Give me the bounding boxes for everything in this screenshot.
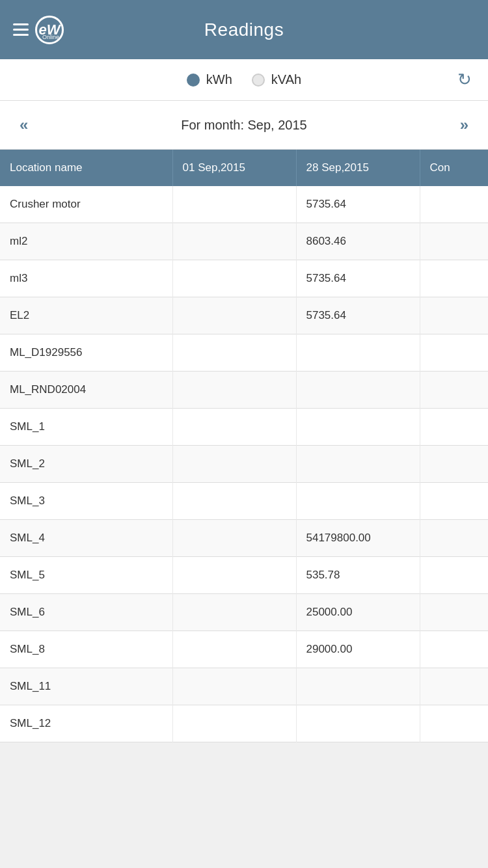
table-header: Location name 01 Sep,2015 28 Sep,2015 Co… [0, 150, 488, 186]
cell-location-name: ml2 [0, 223, 172, 260]
cell-date2-value: 5735.64 [296, 260, 420, 297]
cell-date1-value [172, 668, 296, 705]
cell-location-name: SML_3 [0, 483, 172, 520]
cell-date2-value: 5735.64 [296, 186, 420, 223]
cell-location-name: SML_2 [0, 446, 172, 483]
cell-date2-value [296, 409, 420, 446]
refresh-button[interactable]: ↻ [457, 70, 472, 90]
table-row[interactable]: ML_D1929556 [0, 334, 488, 372]
kwh-option[interactable]: kWh [187, 72, 232, 87]
table-row[interactable]: EL25735.64 [0, 297, 488, 334]
cell-location-name: Crusher motor [0, 186, 172, 223]
cell-date1-value [172, 631, 296, 668]
table-row[interactable]: SML_1 [0, 409, 488, 446]
cell-date1-value [172, 483, 296, 520]
menu-button[interactable] [13, 23, 29, 36]
cell-date1-value [172, 557, 296, 594]
cell-location-name: ML_RND02004 [0, 372, 172, 409]
cell-date2-value: 8603.46 [296, 223, 420, 260]
col-header-date2: 28 Sep,2015 [296, 150, 420, 186]
cell-con-value [420, 409, 488, 446]
cell-con-value [420, 483, 488, 520]
unit-selector: kWh kVAh ↻ [0, 59, 488, 101]
table-row[interactable]: SML_11 [0, 668, 488, 705]
cell-con-value [420, 260, 488, 297]
cell-con-value [420, 668, 488, 705]
cell-date2-value [296, 668, 420, 705]
cell-date2-value [296, 446, 420, 483]
cell-location-name: SML_5 [0, 557, 172, 594]
cell-location-name: SML_6 [0, 594, 172, 631]
cell-date1-value [172, 705, 296, 742]
cell-con-value [420, 631, 488, 668]
table-body: Crusher motor5735.64ml28603.46ml35735.64… [0, 186, 488, 742]
cell-con-value [420, 186, 488, 223]
table-row[interactable]: SML_625000.00 [0, 594, 488, 631]
cell-date2-value [296, 372, 420, 409]
cell-date1-value [172, 372, 296, 409]
cell-location-name: ml3 [0, 260, 172, 297]
table-row[interactable]: ML_RND02004 [0, 372, 488, 409]
table-row[interactable]: SML_3 [0, 483, 488, 520]
cell-date2-value: 535.78 [296, 557, 420, 594]
cell-con-value [420, 334, 488, 372]
next-month-button[interactable]: » [454, 113, 475, 137]
table-row[interactable]: SML_5535.78 [0, 557, 488, 594]
cell-date1-value [172, 297, 296, 334]
cell-con-value [420, 372, 488, 409]
app-header: eW Online Readings [0, 0, 488, 59]
table-row[interactable]: ml35735.64 [0, 260, 488, 297]
logo-circle: eW Online [35, 16, 64, 44]
kwh-radio[interactable] [187, 74, 200, 87]
cell-location-name: EL2 [0, 297, 172, 334]
cell-location-name: ML_D1929556 [0, 334, 172, 372]
readings-table-container: Location name 01 Sep,2015 28 Sep,2015 Co… [0, 150, 488, 742]
cell-date2-value: 5735.64 [296, 297, 420, 334]
prev-month-button[interactable]: « [13, 113, 34, 137]
cell-con-value [420, 446, 488, 483]
cell-con-value [420, 705, 488, 742]
cell-date1-value [172, 520, 296, 557]
cell-date1-value [172, 260, 296, 297]
kwh-label: kWh [206, 72, 232, 87]
cell-date2-value [296, 334, 420, 372]
cell-date1-value [172, 186, 296, 223]
kvah-option[interactable]: kVAh [252, 72, 301, 87]
kvah-radio[interactable] [252, 74, 265, 87]
cell-date2-value [296, 705, 420, 742]
cell-date1-value [172, 223, 296, 260]
cell-con-value [420, 223, 488, 260]
page-title: Readings [204, 20, 284, 40]
cell-location-name: SML_8 [0, 631, 172, 668]
table-row[interactable]: SML_12 [0, 705, 488, 742]
month-navigation: « For month: Sep, 2015 » [0, 101, 488, 150]
col-header-con: Con [420, 150, 488, 186]
cell-con-value [420, 520, 488, 557]
cell-con-value [420, 557, 488, 594]
cell-date2-value: 54179800.00 [296, 520, 420, 557]
cell-date2-value: 25000.00 [296, 594, 420, 631]
cell-location-name: SML_4 [0, 520, 172, 557]
table-row[interactable]: Crusher motor5735.64 [0, 186, 488, 223]
cell-date1-value [172, 446, 296, 483]
cell-con-value [420, 297, 488, 334]
current-month-label: For month: Sep, 2015 [181, 118, 306, 133]
readings-table: Location name 01 Sep,2015 28 Sep,2015 Co… [0, 150, 488, 742]
cell-location-name: SML_12 [0, 705, 172, 742]
cell-date1-value [172, 409, 296, 446]
cell-location-name: SML_1 [0, 409, 172, 446]
header-left: eW Online [13, 16, 64, 44]
cell-location-name: SML_11 [0, 668, 172, 705]
logo-subtext: Online [42, 34, 59, 40]
table-row[interactable]: SML_829000.00 [0, 631, 488, 668]
cell-date1-value [172, 334, 296, 372]
cell-date2-value [296, 483, 420, 520]
table-row[interactable]: SML_454179800.00 [0, 520, 488, 557]
table-row[interactable]: ml28603.46 [0, 223, 488, 260]
logo: eW Online [35, 16, 64, 44]
cell-date1-value [172, 594, 296, 631]
table-row[interactable]: SML_2 [0, 446, 488, 483]
cell-date2-value: 29000.00 [296, 631, 420, 668]
cell-con-value [420, 594, 488, 631]
col-header-name: Location name [0, 150, 172, 186]
